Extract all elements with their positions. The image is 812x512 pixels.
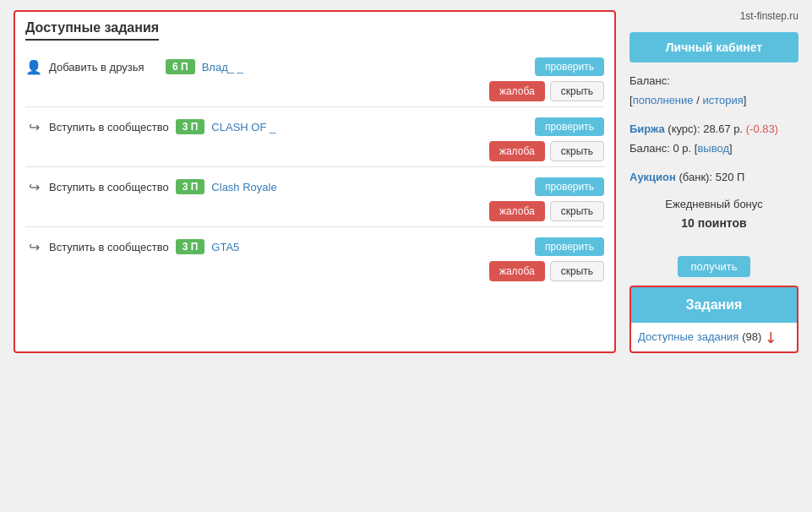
complaint-button[interactable]: жалоба xyxy=(489,81,545,101)
exchange-rate-label: (курс): xyxy=(668,123,700,135)
auction-bank: 520 П xyxy=(716,171,745,183)
task-item: 👤 Добавить в друзья 6 П Влад_ _ проверит… xyxy=(25,51,604,107)
task-link[interactable]: CLASH OF _ xyxy=(211,121,528,133)
check-button[interactable]: проверить xyxy=(535,177,604,196)
auction-bank-label: (банк): xyxy=(679,171,713,183)
auction-section: Аукцион (банк): 520 П xyxy=(629,167,798,187)
site-url: 1st-finstep.ru xyxy=(629,10,798,22)
task-type-icon: ↪ xyxy=(25,239,42,255)
history-link[interactable]: история xyxy=(702,94,743,106)
task-points-badge: 6 П xyxy=(166,59,195,74)
task-item: ↪ Вступить в сообщество 3 П GTA5 провери… xyxy=(25,231,604,286)
zadaniya-link-row: Доступные задания (98) ↘ xyxy=(631,323,797,351)
get-bonus-button[interactable]: получить xyxy=(678,256,751,277)
task-action-label: Добавить в друзья xyxy=(49,61,159,74)
check-button[interactable]: проверить xyxy=(535,237,604,256)
hide-button[interactable]: скрыть xyxy=(550,141,604,161)
withdraw-link[interactable]: вывод xyxy=(697,142,729,155)
task-item: ↪ Вступить в сообщество 3 П Clash Royale… xyxy=(25,171,604,227)
cabinet-button[interactable]: Личный кабинет xyxy=(629,32,798,63)
task-points-badge: 3 П xyxy=(176,239,205,254)
bonus-label: Ежедневный бонус xyxy=(629,195,798,214)
balance-section: Баланс: [пополнение / история] xyxy=(629,71,798,111)
complaint-button[interactable]: жалоба xyxy=(489,201,545,221)
task-action-label: Вступить в сообщество xyxy=(49,121,169,133)
task-item: ↪ Вступить в сообщество 3 П CLASH OF _ п… xyxy=(25,111,604,167)
available-count: (98) xyxy=(742,330,761,343)
balance-label: Баланс: xyxy=(629,74,670,87)
task-link[interactable]: Влад_ _ xyxy=(202,61,528,74)
task-action-label: Вступить в сообщество xyxy=(49,181,169,193)
exchange-balance-label: Баланс: xyxy=(629,142,670,155)
auction-link[interactable]: Аукцион xyxy=(629,171,676,183)
hide-button[interactable]: скрыть xyxy=(550,261,604,281)
task-points-badge: 3 П xyxy=(176,179,205,194)
panel-title: Доступные задания xyxy=(25,20,159,41)
task-link[interactable]: GTA5 xyxy=(211,241,528,253)
task-type-icon: ↪ xyxy=(25,179,42,195)
exchange-change: (-0.83) xyxy=(746,123,778,135)
task-link[interactable]: Clash Royale xyxy=(211,181,528,193)
exchange-rate: 28.67 р. xyxy=(703,123,743,135)
exchange-link[interactable]: Биржа xyxy=(629,123,665,135)
complaint-button[interactable]: жалоба xyxy=(489,141,545,161)
left-panel: Доступные задания 👤 Добавить в друзья 6 … xyxy=(14,10,616,353)
zadaniya-section: Задания Доступные задания (98) ↘ xyxy=(629,286,798,353)
bonus-section: Ежедневный бонус 10 поинтов получить xyxy=(629,195,798,277)
check-button[interactable]: проверить xyxy=(535,57,604,76)
task-type-icon: 👤 xyxy=(25,59,42,75)
bonus-points: 10 поинтов xyxy=(629,214,798,234)
complaint-button[interactable]: жалоба xyxy=(489,261,545,281)
hide-button[interactable]: скрыть xyxy=(550,81,604,101)
zadaniya-button[interactable]: Задания xyxy=(631,287,797,323)
exchange-balance: 0 р. xyxy=(673,142,692,155)
task-type-icon: ↪ xyxy=(25,119,42,135)
available-tasks-link[interactable]: Доступные задания xyxy=(638,330,738,343)
right-panel: 1st-finstep.ru Личный кабинет Баланс: [п… xyxy=(629,10,798,353)
exchange-section: Биржа (курс): 28.67 р. (-0.83) Баланс: 0… xyxy=(629,119,798,159)
task-action-label: Вступить в сообщество xyxy=(49,241,169,253)
task-points-badge: 3 П xyxy=(176,119,205,134)
tasks-container: 👤 Добавить в друзья 6 П Влад_ _ проверит… xyxy=(25,51,604,286)
topup-link[interactable]: пополнение xyxy=(633,94,694,106)
hide-button[interactable]: скрыть xyxy=(550,201,604,221)
check-button[interactable]: проверить xyxy=(535,117,604,136)
arrow-icon: ↘ xyxy=(760,326,782,348)
